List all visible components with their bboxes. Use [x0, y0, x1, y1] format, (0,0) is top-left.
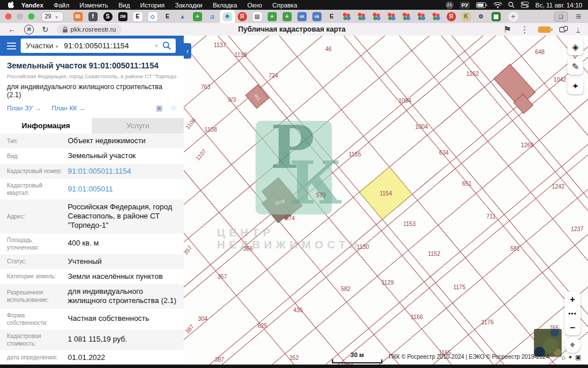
zoom-out-button[interactable]: −	[570, 323, 575, 332]
parcel-label-579[interactable]: 579	[316, 192, 326, 198]
parcel-label-651[interactable]: 651	[462, 181, 472, 187]
parcel-label-1042[interactable]: 1042	[554, 76, 566, 83]
window-minimize-button[interactable]	[17, 13, 23, 20]
parcel-label-1130[interactable]: 1130	[357, 244, 369, 250]
parcel-label-1269[interactable]: 1269	[521, 142, 533, 148]
tab-active[interactable]: ❖	[220, 10, 235, 23]
tab-24[interactable]	[414, 11, 429, 22]
tab-menu-icon[interactable]: ≡	[576, 12, 581, 22]
tabs-sync-icon[interactable]	[559, 26, 568, 33]
parcel-label-1262[interactable]: 1262	[466, 71, 479, 77]
parcel-label-1176[interactable]: 1176	[481, 319, 494, 325]
menu-item-9[interactable]: Справка	[272, 2, 297, 9]
search-icon[interactable]	[508, 2, 514, 8]
notification-badge[interactable]: 21	[446, 1, 454, 9]
parcel-label-634[interactable]: 634	[439, 150, 449, 156]
tab-counter[interactable]: 29▾	[41, 12, 64, 22]
tab-28[interactable]: ⚙	[474, 11, 489, 22]
tab-15[interactable]: +	[280, 11, 295, 22]
tab-6[interactable]: ◇	[145, 11, 160, 22]
search-input[interactable]: Участки ▾ 91:01:005011:1154 ×	[21, 39, 176, 53]
tab-16[interactable]: vk	[295, 11, 310, 22]
tab-1[interactable]: ✉	[71, 11, 86, 22]
parcel-label-1237[interactable]: 1237	[571, 226, 583, 232]
url-field[interactable]: pkk.rosreestr.ru	[57, 24, 122, 34]
layers-button[interactable]: ◈	[567, 39, 583, 55]
parcel-label-352[interactable]: 352	[289, 355, 299, 361]
parcel-label-387[interactable]: 387	[215, 356, 225, 363]
zoom-in-button[interactable]: +	[570, 295, 575, 304]
parcel-label-574[interactable]: 574	[285, 215, 295, 221]
tab-4[interactable]: 2M	[115, 11, 130, 22]
parcel-label-356[interactable]: 356	[243, 246, 253, 252]
menubar-clock[interactable]: Вс, 11 авг. 14:10	[535, 2, 582, 9]
parcel-label-1152[interactable]: 1152	[428, 251, 440, 257]
tab-3[interactable]: S	[100, 11, 115, 22]
window-zoom-button[interactable]	[28, 13, 34, 20]
tab-29[interactable]: ▦	[489, 11, 504, 22]
downloads-icon[interactable]: ↓	[577, 26, 581, 33]
search-submit-icon[interactable]	[163, 41, 171, 50]
parcel-label-1154[interactable]: 1154	[380, 190, 392, 197]
tab-17[interactable]: vk	[310, 11, 324, 22]
sidebar-panel-icon[interactable]: ❏	[554, 12, 568, 22]
back-button[interactable]: ←	[8, 25, 16, 34]
menu-item-2[interactable]: Файл	[54, 2, 69, 9]
tab-7[interactable]: E	[160, 11, 175, 22]
parcel-label-46[interactable]: 46	[325, 46, 331, 52]
tab-20[interactable]	[354, 11, 369, 22]
parcel-label-9/3[interactable]: 9/3	[228, 97, 236, 103]
battery-saver-icon[interactable]	[538, 26, 551, 33]
image-icon[interactable]: ▣	[575, 354, 583, 361]
tab-10[interactable]: a	[205, 11, 220, 22]
yandex-home-button[interactable]: Я	[24, 25, 34, 34]
keyboard-layout[interactable]: РУ	[460, 2, 470, 9]
more-menu-icon[interactable]: ⋮	[520, 24, 529, 35]
parcel-label-625[interactable]: 625	[258, 323, 268, 329]
parcel-label-724[interactable]: 724	[269, 72, 278, 79]
menu-item-3[interactable]: Изменить	[80, 2, 109, 9]
tab-26[interactable]: Я	[444, 11, 459, 22]
tab-12[interactable]: Я	[235, 11, 250, 22]
basemap-thumbnail[interactable]	[534, 329, 562, 356]
plan-kk-link[interactable]: План КК →	[52, 105, 86, 112]
tab-22[interactable]	[384, 11, 399, 22]
parcel-label-1242[interactable]: 1242	[552, 183, 564, 190]
tab-13[interactable]: ▤	[250, 11, 265, 22]
menu-item-1[interactable]: Yandex	[21, 2, 44, 9]
tab-5[interactable]: E	[130, 11, 145, 22]
tab-services[interactable]: Услуги	[92, 118, 184, 133]
tab-14[interactable]: +	[265, 11, 280, 22]
parcel-label-1129[interactable]: 1129	[381, 279, 394, 286]
parcel-label-763[interactable]: 763	[201, 84, 211, 90]
menu-icon[interactable]	[7, 41, 16, 51]
row-value-link[interactable]: 91:01:005011:1154	[68, 167, 178, 176]
cadastral-map[interactable]: Р К ЦЕНТРНЕДВИЖИМОСТИ 11371138724467639/…	[184, 36, 588, 368]
plan-zu-link[interactable]: План ЗУ →	[7, 105, 41, 112]
reload-button[interactable]: ↻	[42, 25, 49, 34]
tab-23[interactable]	[399, 11, 414, 22]
parcel-label-1153[interactable]: 1153	[403, 221, 416, 227]
tab-9[interactable]: +	[190, 11, 205, 22]
home-icon[interactable]: ⌂	[562, 354, 568, 361]
parcel-label-711[interactable]: 711	[486, 213, 496, 220]
new-tab-button[interactable]: +	[508, 12, 519, 22]
parcel-label-1094[interactable]: 1094	[399, 98, 411, 104]
window-close-button[interactable]	[5, 13, 11, 20]
parcel-label-581[interactable]: 581	[510, 246, 520, 252]
star-icon[interactable]: ✦	[567, 354, 575, 361]
tab-8[interactable]: ▲	[175, 11, 190, 22]
parcel-label-648[interactable]: 648	[535, 49, 545, 55]
tab-21[interactable]	[369, 11, 384, 22]
tab-2[interactable]: f	[86, 11, 100, 22]
menu-item-6[interactable]: Закладки	[175, 2, 203, 9]
tab-19[interactable]	[339, 11, 354, 22]
parcel-label-1108[interactable]: 1108	[204, 126, 217, 133]
parcel-label-1155[interactable]: 1155	[349, 151, 361, 158]
bookmark-icon[interactable]: ⚑	[503, 24, 511, 35]
tab-27[interactable]: K	[459, 11, 474, 22]
geolocate-button[interactable]: ⌖	[564, 337, 581, 353]
parcel-label-1175[interactable]: 1175	[453, 284, 466, 290]
row-value-link[interactable]: 91:01:005011	[68, 185, 178, 194]
parcel-label-1166[interactable]: 1166	[411, 314, 423, 320]
